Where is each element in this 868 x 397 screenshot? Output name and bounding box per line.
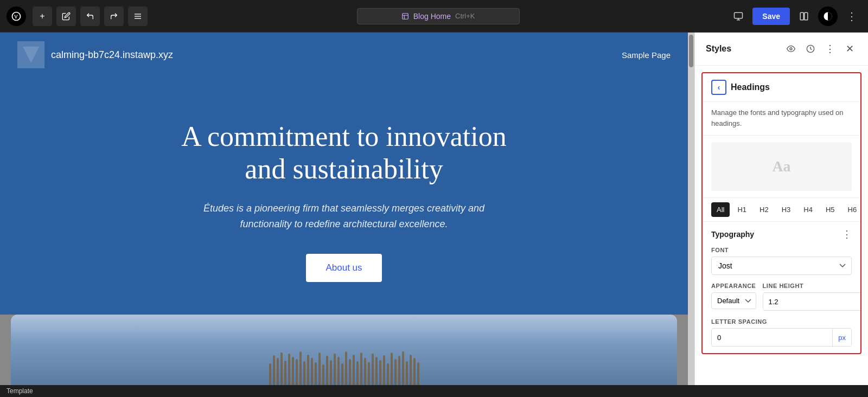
tab-h4[interactable]: H4 [798,202,818,217]
tab-h6[interactable]: H6 [843,202,861,217]
letter-spacing-label: LETTER SPACING [711,318,852,325]
appearance-select[interactable]: Default Bold Light [711,292,756,309]
url-bar[interactable]: Blog Home Ctrl+K [357,8,520,24]
svg-rect-3 [403,13,409,19]
bottom-image [11,315,677,385]
about-us-button[interactable]: About us [306,254,381,282]
sidebar: Styles ⋮ ✕ ‹ Headings [694,33,868,385]
typography-section: Typography ⋮ FONT Jost Arial Georgia APP… [703,222,860,353]
typography-header: Typography ⋮ [711,228,852,240]
heading-preview: Aa [711,142,852,191]
lineheight-col: LINE HEIGHT + − [763,283,861,311]
line-height-input: + − [763,292,861,311]
add-button[interactable]: + [33,7,52,26]
theme-toggle-button[interactable] [818,7,838,26]
hero-title: A commitment to innovation and sustainab… [181,120,507,185]
appearance-label: APPEARANCE [711,283,756,289]
wp-logo[interactable] [7,7,26,26]
panel-description: Manage the fonts and typography used on … [703,102,860,136]
sidebar-more-button[interactable]: ⋮ [822,41,838,56]
lineheight-label: LINE HEIGHT [763,283,861,289]
top-toolbar: + Blog Home Ctrl+K Save ⋮ [0,0,868,33]
headings-panel-inner: ‹ Headings Manage the fonts and typograp… [703,73,860,353]
tab-h5[interactable]: H5 [820,202,840,217]
appearance-col: APPEARANCE Default Bold Light [711,283,756,311]
sidebar-content: ‹ Headings Manage the fonts and typograp… [695,66,868,385]
sidebar-header-icons: ⋮ ✕ [783,41,857,56]
desktop-view-button[interactable] [729,7,748,26]
svg-rect-4 [735,12,743,18]
list-view-button[interactable] [128,7,148,26]
more-options-button[interactable]: ⋮ [842,7,861,26]
preview-text: Aa [772,158,790,175]
sidebar-title: Styles [706,44,731,54]
view-toggle-button[interactable] [794,7,814,26]
svg-point-10 [790,48,792,50]
heading-tabs: All H1 H2 H3 H4 H5 H6 [703,197,860,222]
site-name: calming-bb7c24.instawp.xyz [51,49,173,61]
hero-subtitle: Études is a pioneering firm that seamles… [187,201,501,232]
letter-spacing-field[interactable] [712,330,832,345]
logo-shape [23,47,39,63]
hero-section: A commitment to innovation and sustainab… [0,77,688,315]
letter-spacing-input: px [711,328,852,347]
website-preview: calming-bb7c24.instawp.xyz Sample Page A… [0,33,688,385]
toolbar-right: Save ⋮ [729,7,861,26]
scrollbar-thumb[interactable] [689,35,693,67]
history-button[interactable] [803,41,818,56]
toolbar-center: Blog Home Ctrl+K [152,8,724,24]
canvas-area: calming-bb7c24.instawp.xyz Sample Page A… [0,33,694,385]
url-text: Blog Home [413,12,451,21]
status-text: Template [7,387,33,395]
headings-panel: ‹ Headings Manage the fonts and typograp… [701,72,861,354]
site-nav: calming-bb7c24.instawp.xyz Sample Page [0,33,688,77]
letter-spacing-unit[interactable]: px [832,329,851,346]
logo-box [17,41,44,68]
svg-rect-8 [805,12,808,20]
tab-h1[interactable]: H1 [732,202,752,217]
status-bar: Template [0,385,868,397]
back-arrow-icon: ‹ [711,80,726,95]
arch-lines [11,353,677,385]
tab-h2[interactable]: H2 [754,202,774,217]
tab-h3[interactable]: H3 [776,202,796,217]
undo-button[interactable] [80,7,100,26]
sidebar-header: Styles ⋮ ✕ [695,33,868,66]
canvas-scrollbar[interactable] [688,33,694,385]
panel-back-nav[interactable]: ‹ Headings [703,73,860,102]
url-shortcut: Ctrl+K [455,12,475,20]
appearance-lineheight-row: APPEARANCE Default Bold Light LINE HEIGH… [711,283,852,311]
typography-menu-button[interactable]: ⋮ [842,228,852,240]
redo-button[interactable] [104,7,124,26]
save-button[interactable]: Save [752,8,790,25]
typography-title: Typography [711,230,754,239]
edit-button[interactable] [56,7,76,26]
site-logo: calming-bb7c24.instawp.xyz [17,41,173,68]
nav-link[interactable]: Sample Page [622,50,671,60]
svg-rect-7 [800,12,803,20]
font-label: FONT [711,247,852,253]
panel-title: Headings [731,82,770,92]
tab-all[interactable]: All [711,202,730,217]
line-height-field[interactable] [763,294,861,310]
sidebar-close-button[interactable]: ✕ [842,41,857,56]
preview-eye-button[interactable] [783,41,799,56]
arch-line [269,363,271,385]
main-area: calming-bb7c24.instawp.xyz Sample Page A… [0,33,868,385]
font-select[interactable]: Jost Arial Georgia [711,257,852,275]
letter-spacing-section: LETTER SPACING px [711,318,852,347]
